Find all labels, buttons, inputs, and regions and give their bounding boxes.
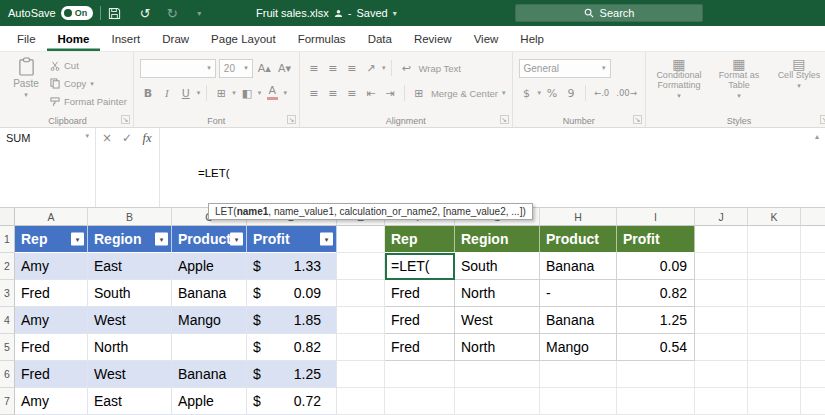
cancel-button[interactable]: × [98,131,116,145]
cell-D6[interactable]: $1.25 [247,361,337,388]
cell-E3[interactable] [337,280,385,307]
cell-J7[interactable] [695,388,748,415]
increase-indent-button[interactable]: ⇥ [382,84,398,102]
undo-icon[interactable]: ↺ [135,6,155,21]
copy-button[interactable]: Copy ▾ [50,75,127,92]
cell-A3[interactable]: Fred [15,280,88,307]
align-top-button[interactable]: ≡ [306,59,322,77]
cell-C1[interactable]: Product▾ [172,226,247,253]
accounting-dropdown-icon[interactable]: ▾ [538,89,542,97]
cell-C7[interactable]: Apple [172,388,247,415]
cell-J6[interactable] [695,361,748,388]
cell-F7[interactable] [385,388,455,415]
filter-button-profit[interactable]: ▾ [320,233,333,246]
alignment-dialog-launcher-icon[interactable]: ↘ [500,115,509,124]
align-bottom-button[interactable]: ≡ [344,59,360,77]
cell-G5[interactable]: North [455,334,540,361]
cell-D7[interactable]: $0.72 [247,388,337,415]
align-right-button[interactable]: ≡ [344,84,360,102]
column-header-partial[interactable] [801,208,825,226]
cell-E7[interactable] [337,388,385,415]
font-color-dropdown-icon[interactable]: ▾ [283,89,287,97]
comma-style-button[interactable]: 9 [563,84,579,102]
number-format-dropdown-icon[interactable]: ▾ [602,64,606,72]
filter-button-product[interactable]: ▾ [230,233,243,246]
cell-A7[interactable]: Amy [15,388,88,415]
cell-A6[interactable]: Fred [15,361,88,388]
cell-X3[interactable] [801,280,825,307]
orientation-button[interactable]: ↗ [363,59,379,77]
cell-D1[interactable]: Profit▾ [247,226,337,253]
cell-B6[interactable]: West [88,361,172,388]
cell-K5[interactable] [748,334,801,361]
title-dropdown-icon[interactable]: ▾ [393,9,397,18]
font-color-button[interactable]: A [264,84,280,102]
autosave-control[interactable]: AutoSave On [8,6,93,20]
cell-E2[interactable] [337,253,385,280]
font-size-dropdown-icon[interactable]: ▾ [244,64,248,72]
insert-function-button[interactable]: fx [138,131,156,146]
tab-page-layout[interactable]: Page Layout [200,26,287,51]
cell-K3[interactable] [748,280,801,307]
font-name-dropdown-icon[interactable]: ▾ [207,64,211,72]
shrink-font-button[interactable]: A▾ [276,59,293,77]
format-as-table-dropdown-icon[interactable]: ▾ [737,91,741,101]
cell-I7[interactable] [617,388,695,415]
column-header-K[interactable]: K [748,208,801,226]
decrease-indent-button[interactable]: ⇤ [363,84,379,102]
align-center-button[interactable]: ≡ [325,84,341,102]
cell-I3[interactable]: 0.82 [617,280,695,307]
row-header-3[interactable]: 3 [0,280,15,307]
column-header-I[interactable]: I [617,208,695,226]
tab-review[interactable]: Review [403,26,463,51]
clipboard-dialog-launcher-icon[interactable]: ↘ [121,115,130,124]
cell-X5[interactable] [801,334,825,361]
autosave-toggle[interactable]: On [61,6,94,20]
cell-D5[interactable]: $0.82 [247,334,337,361]
enter-button[interactable]: ✓ [118,131,136,145]
cell-A5[interactable]: Fred [15,334,88,361]
row-header-7[interactable]: 7 [0,388,15,415]
name-box[interactable]: SUM ▾ [0,128,96,207]
cell-B1[interactable]: Region▾ [88,226,172,253]
align-left-button[interactable]: ≡ [306,84,322,102]
decrease-decimal-button[interactable]: .00→ [614,84,639,102]
cell-I1[interactable]: Profit [617,226,695,253]
styles-dialog-launcher-icon[interactable]: ↘ [820,115,825,124]
cell-X7[interactable] [801,388,825,415]
cell-I4[interactable]: 1.25 [617,307,695,334]
tab-file[interactable]: File [6,26,47,51]
cell-D2[interactable]: $1.33 [247,253,337,280]
orientation-dropdown-icon[interactable]: ▾ [382,64,386,72]
cell-H7[interactable] [540,388,617,415]
tab-view[interactable]: View [463,26,510,51]
cell-A1[interactable]: Rep▾ [15,226,88,253]
fill-color-dropdown-icon[interactable]: ▾ [258,89,262,97]
cell-G6[interactable] [455,361,540,388]
font-size-select[interactable]: 20 ▾ [219,59,253,78]
cell-I6[interactable] [617,361,695,388]
cell-F2[interactable]: =LET( [385,253,455,280]
cell-B7[interactable]: East [88,388,172,415]
cell-J4[interactable] [695,307,748,334]
cell-D3[interactable]: $0.09 [247,280,337,307]
formula-bar-collapse-icon[interactable]: ▴ [815,132,819,141]
font-name-select[interactable]: ▾ [140,59,216,78]
search-box[interactable]: Search [515,4,703,22]
cell-G3[interactable]: North [455,280,540,307]
cell-F1[interactable]: Rep [385,226,455,253]
cell-B5[interactable]: North [88,334,172,361]
cell-G2[interactable]: South [455,253,540,280]
cell-H1[interactable]: Product [540,226,617,253]
cell-K2[interactable] [748,253,801,280]
quick-access-dropdown-icon[interactable]: ▾ [189,9,209,18]
name-box-dropdown-icon[interactable]: ▾ [85,132,89,140]
select-all-corner[interactable] [0,208,15,226]
cell-F6[interactable] [385,361,455,388]
cell-D4[interactable]: $1.85 [247,307,337,334]
row-header-1[interactable]: 1 [0,226,15,253]
cell-B4[interactable]: West [88,307,172,334]
redo-icon[interactable]: ↻ [162,6,182,21]
cell-J2[interactable] [695,253,748,280]
merge-center-button[interactable]: ⊞ Merge & Center ▾ [411,85,506,102]
